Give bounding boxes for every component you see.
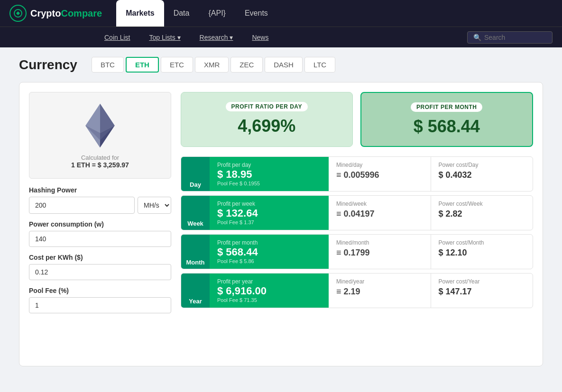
power-year: Power cost/Year $ 147.17 [431,273,533,308]
profit-month-label: PROFIT PER MONTH [411,102,482,112]
eth-logo [76,102,124,149]
left-panel: Calculated for 1 ETH = $ 3,259.97 Hashin… [29,92,171,356]
cost-per-kwh-input[interactable] [29,264,171,280]
profit-ratio-value: 4,699% [191,116,343,136]
eth-logo-box: Calculated for 1 ETH = $ 3,259.97 [29,92,171,179]
profit-ratio-label: PROFIT RATIO PER DAY [226,102,308,111]
profit-main-day: Profit per day $ 18.95 Pool Fee $ 0.1955 [210,157,329,191]
pool-fee-input[interactable] [29,297,171,313]
nav-data[interactable]: Data [164,0,199,27]
logo-text-compare: Compare [61,8,102,19]
cost-per-kwh-label: Cost per KWh ($) [29,254,171,261]
hashing-power-unit-select[interactable]: MH/s GH/s TH/s [138,197,171,214]
stat-box-profit-ratio: PROFIT RATIO PER DAY 4,699% [181,92,353,147]
nav-items: Markets Data {API} Events [116,0,553,27]
mined-value-week: ≡ 0.04197 [336,209,423,219]
pool-fee-week: Pool Fee $ 1.37 [217,219,321,225]
power-label-year: Power cost/Year [439,278,525,285]
mined-year: Mined/year ≡ 2.19 [329,273,431,308]
currency-tabs: BTC ETH ETC XMR ZEC DASH LTC [92,57,335,73]
power-consumption-group: Power consumption (w) [29,220,171,247]
sec-nav-news[interactable]: News [242,27,278,48]
main-content: Currency BTC ETH ETC XMR ZEC DASH LTC [0,47,562,376]
mined-value-day: ≡ 0.005996 [336,170,423,180]
power-value-year: $ 147.17 [439,287,525,297]
pool-fee-label: Pool Fee (%) [29,287,171,294]
mined-month: Mined/month ≡ 0.1799 [329,235,431,269]
profit-value-day: $ 18.95 [217,168,321,181]
tab-ltc[interactable]: LTC [304,57,335,73]
cost-per-kwh-group: Cost per KWh ($) [29,254,171,280]
profit-title-day: Profit per day [217,162,321,168]
mined-week: Mined/week ≡ 0.04197 [329,196,431,230]
profit-rows: Day Profit per day $ 18.95 Pool Fee $ 0.… [181,156,533,308]
pool-fee-group: Pool Fee (%) [29,287,171,313]
stat-boxes: PROFIT RATIO PER DAY 4,699% PROFIT PER M… [181,92,533,147]
period-label-year: Year [181,273,210,308]
mined-label-week: Mined/week [336,201,423,207]
profit-value-week: $ 132.64 [217,207,321,219]
power-label-day: Power cost/Day [439,162,525,168]
search-box[interactable]: 🔍 [467,31,553,44]
profit-month-value: $ 568.44 [371,117,523,137]
calculator-area: Calculated for 1 ETH = $ 3,259.97 Hashin… [19,82,543,366]
sec-nav-coin-list[interactable]: Coin List [95,27,139,48]
nav-markets[interactable]: Markets [116,0,164,27]
tab-btc[interactable]: BTC [92,57,124,73]
secondary-nav: Coin List Top Lists ▾ Research ▾ News 🔍 [0,27,562,47]
power-value-week: $ 2.82 [439,209,525,219]
profit-value-year: $ 6,916.00 [217,285,321,297]
hashing-power-group: Hashing Power MH/s GH/s TH/s [29,186,171,214]
logo-text-crypto: Crypto [30,8,61,19]
mined-label-year: Mined/year [336,278,423,285]
tab-dash[interactable]: DASH [265,57,303,73]
currency-section: Currency BTC ETH ETC XMR ZEC DASH LTC [19,57,543,73]
hashing-power-label: Hashing Power [29,186,171,194]
mined-label-day: Mined/day [336,162,423,168]
mined-value-year: ≡ 2.19 [336,287,423,297]
profit-row-week: Week Profit per week $ 132.64 Pool Fee $… [181,195,533,230]
pool-fee-month: Pool Fee $ 5.86 [217,258,321,264]
hashing-power-input[interactable] [29,197,135,214]
logo-icon [9,5,27,22]
mined-value-month: ≡ 0.1799 [336,248,423,258]
profit-row-year: Year Profit per year $ 6,916.00 Pool Fee… [181,273,533,308]
power-week: Power cost/Week $ 2.82 [431,196,533,230]
profit-title-week: Profit per week [217,201,321,207]
power-label-week: Power cost/Week [439,201,525,207]
eth-price: 1 ETH = $ 3,259.97 [71,161,129,169]
mined-day: Mined/day ≡ 0.005996 [329,157,431,191]
profit-value-month: $ 568.44 [217,246,321,258]
power-consumption-label: Power consumption (w) [29,220,171,228]
profit-title-month: Profit per month [217,239,321,246]
profit-row-day: Day Profit per day $ 18.95 Pool Fee $ 0.… [181,156,533,191]
power-month: Power cost/Month $ 12.10 [431,235,533,269]
profit-row-month: Month Profit per month $ 568.44 Pool Fee… [181,234,533,269]
power-consumption-input[interactable] [29,231,171,247]
power-day: Power cost/Day $ 0.4032 [431,157,533,191]
search-icon: 🔍 [473,34,481,41]
pool-fee-day: Pool Fee $ 0.1955 [217,181,321,186]
period-label-month: Month [181,235,210,269]
profit-main-week: Profit per week $ 132.64 Pool Fee $ 1.37 [210,196,329,230]
power-value-day: $ 0.4032 [439,170,525,180]
nav-events[interactable]: Events [235,0,277,27]
pool-fee-year: Pool Fee $ 71.35 [217,297,321,303]
tab-xmr[interactable]: XMR [195,57,229,73]
profit-title-year: Profit per year [217,278,321,285]
tab-eth[interactable]: ETH [126,57,159,73]
tab-etc[interactable]: ETC [161,57,193,73]
sec-nav-top-lists[interactable]: Top Lists ▾ [139,27,190,48]
profit-main-year: Profit per year $ 6,916.00 Pool Fee $ 71… [210,273,329,308]
stat-box-profit-month: PROFIT PER MONTH $ 568.44 [360,92,534,147]
profit-main-month: Profit per month $ 568.44 Pool Fee $ 5.8… [210,235,329,269]
right-panel: PROFIT RATIO PER DAY 4,699% PROFIT PER M… [181,92,533,356]
nav-api[interactable]: {API} [199,0,235,27]
mined-label-month: Mined/month [336,239,423,246]
sec-nav-research[interactable]: Research ▾ [190,27,243,48]
logo[interactable]: Crypto Compare [9,5,102,22]
tab-zec[interactable]: ZEC [230,57,263,73]
power-value-month: $ 12.10 [439,248,525,258]
power-label-month: Power cost/Month [439,239,525,246]
search-input[interactable] [484,34,546,41]
